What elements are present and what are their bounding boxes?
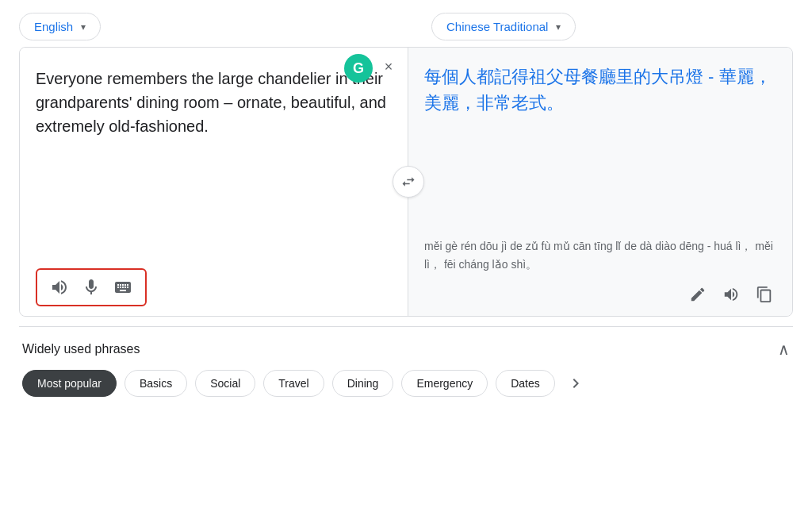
source-panel: G × Everyone remembers the large chandel… [20, 48, 408, 316]
source-actions-highlight [36, 268, 147, 306]
collapse-icon: ∧ [778, 340, 790, 358]
phrase-chip-dates[interactable]: Dates [496, 370, 555, 397]
target-lang-selector[interactable]: Chinese Traditional ▾ [431, 13, 576, 40]
phrase-chip-travel[interactable]: Travel [263, 370, 324, 397]
pinyin-text: měi gè rén dōu jì de zǔ fù mǔ cān tīng l… [424, 237, 776, 273]
grammarly-letter: G [353, 60, 364, 77]
phrase-chip-most-popular[interactable]: Most popular [22, 370, 117, 397]
phrase-chip-emergency[interactable]: Emergency [401, 370, 488, 397]
main-container: English ▾ Chinese Traditional ▾ G × [0, 0, 812, 527]
phrases-collapse-button[interactable]: ∧ [778, 340, 790, 359]
mic-icon [82, 278, 101, 297]
panels-inner: G × Everyone remembers the large chandel… [20, 48, 792, 316]
swap-languages-button[interactable] [393, 166, 424, 198]
source-keyboard-button[interactable] [110, 275, 136, 300]
target-lang-label: Chinese Traditional [446, 20, 548, 33]
keyboard-icon [113, 278, 132, 297]
speaker-icon [50, 278, 69, 297]
source-lang-wrap: English ▾ [19, 13, 416, 40]
phrase-chip-dining[interactable]: Dining [332, 370, 394, 397]
phrase-chips-row: Most popularBasicsSocialTravelDiningEmer… [22, 370, 790, 397]
chevron-right-icon [566, 374, 585, 393]
target-panel: 每個人都記得祖父母餐廳里的大吊燈 - 華麗，美麗，非常老式。 měi gè ré… [408, 48, 792, 316]
target-lang-chevron: ▾ [556, 21, 561, 33]
phrase-chips-next-button[interactable] [563, 371, 588, 396]
source-text: Everyone remembers the large chandelier … [36, 60, 392, 259]
speaker-icon [722, 286, 740, 303]
translated-text: 每個人都記得祖父母餐廳里的大吊燈 - 華麗，美麗，非常老式。 [424, 60, 776, 225]
phrase-chip-basics[interactable]: Basics [124, 370, 187, 397]
copy-icon [756, 286, 773, 303]
target-copy-button[interactable] [753, 283, 776, 306]
close-icon: × [385, 59, 393, 75]
edit-icon [689, 286, 707, 303]
section-divider [19, 326, 793, 327]
close-button[interactable]: × [379, 57, 398, 76]
phrases-title: Widely used phrases [22, 342, 140, 356]
target-actions [424, 283, 776, 306]
target-edit-button[interactable] [686, 283, 710, 306]
grammarly-badge: G [344, 54, 373, 83]
source-lang-label: English [34, 20, 73, 33]
swap-icon [400, 174, 416, 190]
source-lang-selector[interactable]: English ▾ [19, 13, 101, 40]
lang-selectors-row: English ▾ Chinese Traditional ▾ [19, 13, 793, 40]
panels-wrapper: G × Everyone remembers the large chandel… [19, 47, 793, 317]
phrases-section: Widely used phrases ∧ Most popularBasics… [19, 340, 793, 397]
swap-button-wrap [393, 166, 424, 198]
phrases-header: Widely used phrases ∧ [22, 340, 790, 359]
source-actions [36, 268, 392, 306]
source-lang-chevron: ▾ [81, 21, 86, 33]
target-lang-wrap: Chinese Traditional ▾ [416, 13, 793, 40]
phrase-chip-social[interactable]: Social [195, 370, 255, 397]
source-mic-button[interactable] [79, 275, 104, 300]
target-listen-button[interactable] [719, 283, 743, 306]
source-listen-button[interactable] [47, 275, 72, 300]
